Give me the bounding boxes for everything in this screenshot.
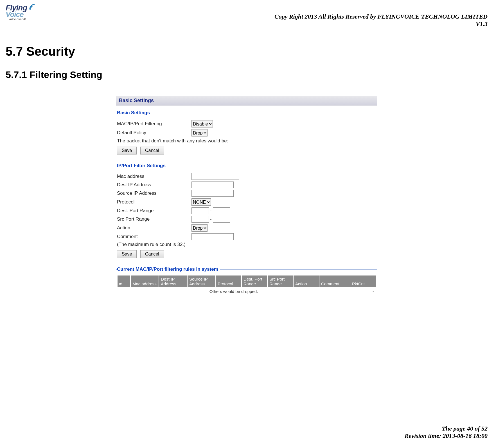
col-comment: Comment bbox=[319, 275, 350, 287]
col-action: Action bbox=[294, 275, 319, 287]
document-page: Flying Voice Voice over IP Copy Right 20… bbox=[0, 0, 496, 448]
rules-table: # Mac address Dest IP Address Source IP … bbox=[117, 275, 376, 295]
src-port-dash: - bbox=[210, 216, 212, 222]
source-ip-input[interactable] bbox=[191, 190, 234, 197]
basic-save-button[interactable]: Save bbox=[117, 147, 137, 154]
mac-address-label: Mac address bbox=[117, 174, 191, 179]
dest-ip-input[interactable] bbox=[191, 182, 234, 188]
rules-drop-note: Others would be dropped. bbox=[118, 288, 350, 295]
default-policy-select[interactable]: Drop bbox=[191, 129, 208, 136]
heading-filtering-setting: 5.7.1 Filtering Setting bbox=[6, 69, 488, 80]
comment-label: Comment bbox=[117, 234, 191, 239]
current-rules-section: Current MAC/IP/Port filtering rules in s… bbox=[116, 266, 377, 299]
basic-settings-legend: Basic Settings bbox=[117, 110, 152, 116]
col-srcip: Source IP Address bbox=[188, 275, 215, 287]
filtering-select[interactable]: Disable bbox=[191, 120, 213, 127]
action-label: Action bbox=[117, 225, 191, 231]
max-rule-note: (The maximum rule count is 32.) bbox=[117, 242, 376, 247]
page-header: Flying Voice Voice over IP Copy Right 20… bbox=[6, 3, 488, 28]
dest-port-dash: - bbox=[210, 208, 212, 214]
packet-note: The packet that don't match with any rul… bbox=[117, 138, 376, 144]
src-port-range-label: Src Port Range bbox=[117, 216, 191, 222]
revision-time: Revision time: 2013-08-16 18:00 bbox=[405, 432, 488, 440]
action-select[interactable]: Drop bbox=[191, 224, 208, 232]
source-ip-label: Source IP Address bbox=[117, 191, 191, 196]
col-pktcnt: PktCnt bbox=[350, 275, 376, 287]
col-destport: Dest. Port Range bbox=[242, 275, 267, 287]
dest-port-range-label: Dest. Port Range bbox=[117, 208, 191, 214]
page-number: The page 40 of 52 bbox=[405, 425, 488, 432]
dest-ip-label: Dest IP Address bbox=[117, 182, 191, 188]
svg-point-0 bbox=[29, 8, 31, 10]
col-index: # bbox=[118, 275, 130, 287]
mac-address-input[interactable] bbox=[191, 173, 239, 180]
logo-subtext: Voice over IP bbox=[8, 18, 37, 21]
ipport-cancel-button[interactable]: Cancel bbox=[140, 250, 164, 258]
basic-settings-section: Basic Settings MAC/IP/Port Filtering Dis… bbox=[116, 110, 377, 158]
rules-note-row: Others would be dropped. - bbox=[118, 288, 376, 295]
rules-dash: - bbox=[350, 288, 376, 295]
ip-port-legend: IP/Port Filter Settings bbox=[117, 163, 167, 169]
ipport-save-button[interactable]: Save bbox=[117, 250, 137, 258]
current-rules-legend: Current MAC/IP/Port filtering rules in s… bbox=[117, 266, 220, 272]
version-text: V1.3 bbox=[274, 20, 488, 28]
col-protocol: Protocol bbox=[216, 275, 241, 287]
col-mac: Mac address bbox=[131, 275, 159, 287]
dest-port-to-input[interactable] bbox=[213, 207, 230, 214]
basic-cancel-button[interactable]: Cancel bbox=[140, 147, 164, 154]
panel-titlebar: Basic Settings bbox=[116, 96, 377, 106]
src-port-from-input[interactable] bbox=[191, 216, 209, 223]
filtering-label: MAC/IP/Port Filtering bbox=[117, 121, 191, 127]
copyright-block: Copy Right 2013 All Rights Reserved by F… bbox=[274, 13, 488, 28]
settings-panel: Basic Settings Basic Settings MAC/IP/Por… bbox=[116, 96, 377, 299]
protocol-label: Protocol bbox=[117, 199, 191, 205]
protocol-select[interactable]: NONE bbox=[191, 198, 211, 206]
col-destip: Dest IP Address bbox=[159, 275, 187, 287]
col-srcport: Src Port Range bbox=[268, 275, 293, 287]
rules-header-row: # Mac address Dest IP Address Source IP … bbox=[118, 275, 376, 287]
dest-port-from-input[interactable] bbox=[191, 207, 209, 214]
logo: Flying Voice Voice over IP bbox=[6, 3, 37, 21]
src-port-to-input[interactable] bbox=[213, 216, 230, 223]
page-footer: The page 40 of 52 Revision time: 2013-08… bbox=[405, 425, 488, 440]
default-policy-label: Default Policy bbox=[117, 130, 191, 136]
heading-security: 5.7 Security bbox=[6, 44, 488, 59]
comment-input[interactable] bbox=[191, 233, 234, 240]
ip-port-filter-section: IP/Port Filter Settings Mac address Dest… bbox=[116, 163, 377, 262]
copyright-text: Copy Right 2013 All Rights Reserved by F… bbox=[274, 13, 488, 20]
wifi-icon bbox=[29, 3, 37, 11]
